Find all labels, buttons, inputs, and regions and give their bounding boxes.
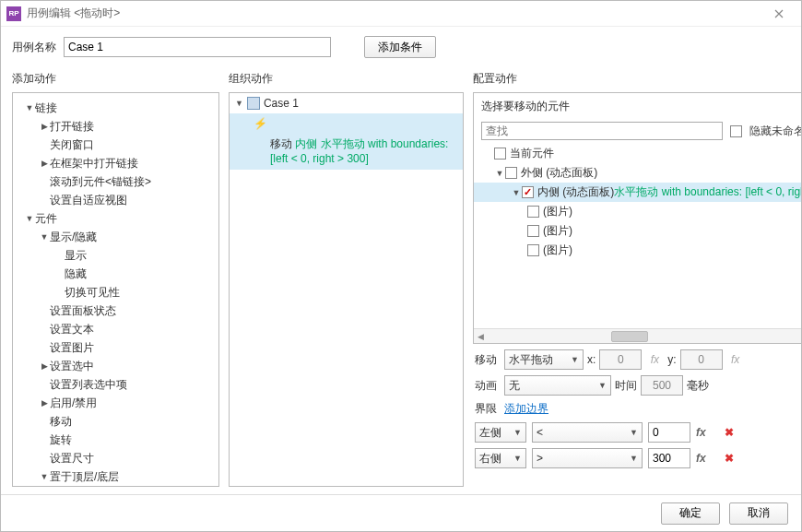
hide-unnamed-checkbox[interactable]: 隐藏未命名的元件 (730, 124, 801, 139)
add-boundary-link[interactable]: 添加边界 (504, 401, 548, 417)
action-tree-label: 在框架中打开链接 (50, 156, 138, 171)
action-tree-label: 设置自适应视图 (50, 193, 127, 208)
action-tree-item[interactable]: 滚动到元件<锚链接> (17, 172, 215, 191)
scroll-thumb[interactable] (611, 331, 648, 342)
boundary-side-select[interactable]: 右侧▼ (475, 448, 526, 468)
action-tree-item[interactable]: ▼链接 (17, 99, 215, 117)
action-tree-item[interactable]: ▶在框架中打开链接 (17, 154, 215, 172)
action-description[interactable]: 移动 内侧 水平拖动 with boundaries: [left < 0, r… (230, 134, 463, 170)
widget-checkbox[interactable] (522, 186, 534, 198)
boundary-value-input[interactable] (648, 422, 690, 443)
action-tree-item[interactable]: ▶打开链接 (17, 117, 215, 136)
horizontal-scrollbar[interactable]: ◀ ▶ (474, 328, 801, 343)
action-tree-item[interactable]: 设置尺寸 (17, 449, 215, 467)
widget-checkbox[interactable] (527, 244, 539, 256)
action-tree-label: 切换可见性 (65, 285, 120, 301)
widget-tree-item[interactable]: (图片) (474, 241, 801, 260)
animation-controls: 无▼ 时间 毫秒 (504, 375, 801, 396)
move-type-select[interactable]: 水平拖动▼ (504, 349, 584, 370)
action-tree-label: 设置列表选中项 (50, 377, 127, 393)
action-tree-item[interactable]: 关闭窗口 (17, 136, 215, 154)
tree-toggle-icon[interactable]: ▼ (39, 232, 50, 242)
x-input (599, 349, 642, 370)
tree-toggle-icon[interactable]: ▼ (494, 169, 505, 178)
widget-tree-item[interactable]: (图片) (474, 202, 801, 221)
add-condition-button[interactable]: 添加条件 (364, 36, 436, 58)
boundary-op-select[interactable]: <▼ (532, 422, 643, 443)
search-input[interactable] (481, 122, 723, 140)
scroll-track[interactable] (500, 330, 801, 343)
action-tree-item[interactable]: 设置面板状态 (17, 301, 215, 320)
tree-toggle-icon[interactable]: ▼ (39, 472, 50, 481)
tree-toggle-icon[interactable]: ▶ (39, 159, 50, 168)
tree-toggle-icon[interactable]: ▼ (24, 103, 35, 112)
case-row[interactable]: ▼ Case 1 (230, 93, 463, 113)
bounds-link-row: 添加边界 (504, 401, 801, 417)
action-tree-label: 置于顶层/底层 (50, 469, 119, 485)
close-button[interactable] (762, 3, 796, 25)
case-name-input[interactable] (64, 37, 331, 57)
boundary-fx-button[interactable]: fx (696, 452, 716, 465)
move-controls: 水平拖动▼ x: fx y: fx (504, 349, 801, 370)
boundary-delete-button[interactable]: ✖ (722, 452, 737, 465)
boundary-fx-button[interactable]: fx (696, 426, 716, 439)
tree-toggle-icon[interactable]: ▼ (24, 214, 35, 223)
action-tree-item[interactable]: 设置列表选中项 (17, 375, 215, 394)
boundary-side-select[interactable]: 左侧▼ (475, 422, 526, 443)
widget-checkbox[interactable] (494, 148, 506, 160)
add-actions-tree: ▼链接▶打开链接关闭窗口▶在框架中打开链接滚动到元件<锚链接>设置自适应视图▼元… (13, 93, 218, 487)
checkbox-icon (730, 125, 742, 137)
widget-checkbox[interactable] (527, 225, 539, 237)
action-tree-label: 隐藏 (65, 266, 87, 282)
action-tree-item[interactable]: ▶启用/禁用 (17, 394, 215, 412)
animation-select[interactable]: 无▼ (504, 375, 611, 396)
action-tree-item[interactable]: 切换可见性 (17, 283, 215, 301)
action-tree-label: 显示/隐藏 (50, 230, 97, 245)
action-tree-label: 滚动到元件<锚链接> (50, 174, 151, 190)
action-tree-item[interactable]: 旋转 (17, 431, 215, 449)
boundary-op-select[interactable]: >▼ (532, 448, 643, 468)
action-tree-item[interactable]: 设置图片 (17, 338, 215, 357)
configure-body: 选择要移动的元件 隐藏未命名的元件 当前元件▼外侧 (动态面板)▼内侧 (动态面… (473, 92, 801, 468)
ok-button[interactable]: 确定 (661, 502, 720, 525)
cancel-button[interactable]: 取消 (729, 502, 788, 525)
action-tree-item[interactable]: 移动 (17, 412, 215, 431)
time-unit: 毫秒 (687, 378, 709, 394)
select-widgets-title: 选择要移动的元件 (474, 93, 801, 118)
action-tree-item[interactable]: ▼元件 (17, 209, 215, 228)
boundary-delete-button[interactable]: ✖ (722, 426, 737, 439)
action-tree-label: 设置图片 (50, 340, 94, 356)
action-tree-item[interactable]: ▼置于顶层/底层 (17, 467, 215, 486)
configure-actions-section: 配置动作 选择要移动的元件 隐藏未命名的元件 当前元件▼外侧 (动态面板)▼内侧… (473, 67, 801, 487)
time-input (641, 375, 683, 396)
widget-tree-item[interactable]: ▼外侧 (动态面板) (474, 163, 801, 183)
widget-tree: 当前元件▼外侧 (动态面板)▼内侧 (动态面板) 水平拖动 with bound… (474, 144, 801, 328)
widget-checkbox[interactable] (527, 206, 539, 218)
y-fx-button[interactable]: fx (726, 349, 745, 370)
action-tree-item[interactable]: 隐藏 (17, 265, 215, 283)
boundary-row: 左侧▼<▼fx✖ (475, 422, 801, 443)
widget-tree-item[interactable]: ▼内侧 (动态面板) 水平拖动 with boundaries: [left <… (474, 183, 801, 202)
x-label: x: (587, 353, 596, 366)
action-row[interactable]: ⚡ (230, 113, 463, 134)
y-input (680, 349, 723, 370)
x-fx-button[interactable]: fx (645, 349, 664, 370)
action-tree-label: 设置文本 (50, 322, 94, 337)
action-tree-item[interactable]: 设置文本 (17, 320, 215, 338)
widget-tree-item[interactable]: (图片) (474, 221, 801, 241)
widget-checkbox[interactable] (505, 167, 517, 179)
configure-actions-header: 配置动作 (473, 67, 801, 92)
action-tree-item[interactable]: ▼显示/隐藏 (17, 228, 215, 246)
tree-toggle-icon[interactable]: ▶ (39, 361, 50, 371)
action-tree-item[interactable]: 设置自适应视图 (17, 191, 215, 209)
tree-toggle-icon[interactable]: ▼ (511, 188, 522, 197)
case-name-row: 用例名称 添加条件 (1, 27, 801, 67)
tree-toggle-icon[interactable]: ▶ (39, 122, 50, 131)
action-tree-item[interactable]: 显示 (17, 246, 215, 265)
tree-toggle-icon[interactable]: ▶ (39, 398, 50, 408)
boundary-value-input[interactable] (648, 448, 690, 468)
action-tree-item[interactable]: ▶设置选中 (17, 357, 215, 375)
widget-tree-item[interactable]: 当前元件 (474, 144, 801, 163)
app-icon: RP (6, 6, 21, 21)
scroll-left-icon[interactable]: ◀ (474, 332, 487, 341)
